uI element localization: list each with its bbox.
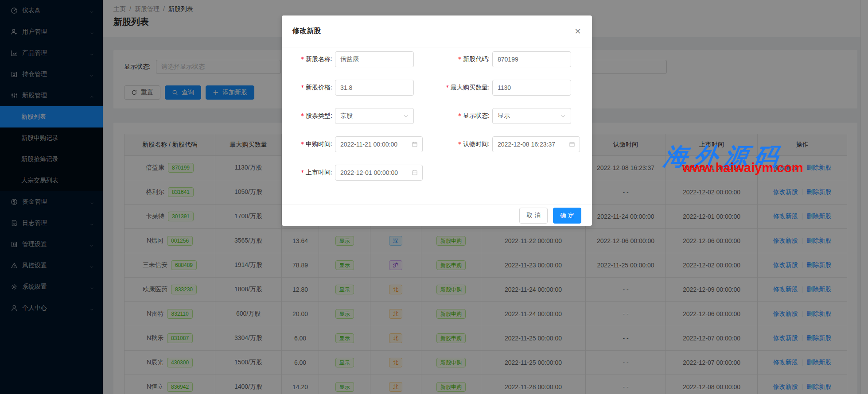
required-asterisk: * [301, 84, 304, 91]
modal-form-row: *申购时间:2022-11-21 00:00:00*认缴时间:2022-12-0… [282, 136, 592, 152]
datepicker-申购时间[interactable]: 2022-11-21 00:00:00 [335, 136, 423, 152]
field-value: 京股 [340, 112, 353, 120]
field-label: *新股代码: [440, 55, 490, 63]
field-label: *新股名称: [292, 55, 332, 63]
field-value: 2022-12-08 16:23:37 [498, 141, 555, 148]
calendar-icon [412, 141, 418, 147]
required-asterisk: * [301, 112, 304, 119]
field-value: 显示 [498, 112, 510, 120]
required-asterisk: * [458, 140, 461, 147]
calendar-icon [412, 170, 418, 176]
field-label: *新股价格: [292, 84, 332, 92]
input-最大购买数量[interactable]: 1130 [492, 80, 571, 96]
required-asterisk: * [458, 112, 461, 119]
edit-stock-modal: 修改新股 ✕ *新股名称:倍益康*新股代码:870199*新股价格:31.8*最… [282, 15, 592, 226]
field-value: 31.8 [340, 84, 352, 91]
modal-form-row: *新股价格:31.8*最大购买数量:1130 [282, 80, 592, 96]
modal-header: 修改新股 ✕ [282, 15, 592, 47]
select-股票类型[interactable]: 京股 [335, 108, 414, 124]
field-label: *申购时间: [292, 140, 332, 148]
required-asterisk: * [301, 140, 304, 147]
required-asterisk: * [301, 55, 304, 62]
field-label: *上市时间: [292, 169, 332, 177]
modal-form-row: *上市时间:2022-12-01 00:00:00 [282, 165, 592, 181]
required-asterisk: * [458, 55, 461, 62]
field-label: *股票类型: [292, 112, 332, 120]
modal-title: 修改新股 [292, 27, 321, 36]
modal-form-row: *新股名称:倍益康*新股代码:870199 [282, 51, 592, 67]
select-显示状态[interactable]: 显示 [492, 108, 571, 124]
field-label: *最大购买数量: [440, 84, 490, 92]
input-新股价格[interactable]: 31.8 [335, 80, 414, 96]
close-icon[interactable]: ✕ [573, 27, 582, 36]
field-label: *认缴时间: [440, 140, 490, 148]
chevron-down-icon [403, 113, 409, 119]
ok-button[interactable]: 确 定 [553, 208, 581, 224]
chevron-down-icon [560, 113, 566, 119]
required-asterisk: * [301, 169, 304, 176]
field-label: *显示状态: [440, 112, 490, 120]
field-value: 870199 [498, 56, 518, 63]
datepicker-上市时间[interactable]: 2022-12-01 00:00:00 [335, 165, 423, 181]
cancel-button[interactable]: 取 消 [519, 208, 548, 224]
field-value: 1130 [498, 84, 511, 91]
input-新股代码[interactable]: 870199 [492, 51, 571, 67]
field-value: 倍益康 [340, 55, 359, 63]
modal-body: *新股名称:倍益康*新股代码:870199*新股价格:31.8*最大购买数量:1… [282, 47, 592, 181]
modal-form-row: *股票类型:京股*显示状态:显示 [282, 108, 592, 124]
modal-footer: 取 消 确 定 [282, 205, 592, 226]
datepicker-认缴时间[interactable]: 2022-12-08 16:23:37 [492, 136, 580, 152]
field-value: 2022-12-01 00:00:00 [340, 169, 398, 176]
calendar-icon [569, 141, 575, 147]
required-asterisk: * [446, 84, 449, 91]
input-新股名称[interactable]: 倍益康 [335, 51, 414, 67]
field-value: 2022-11-21 00:00:00 [340, 141, 397, 148]
